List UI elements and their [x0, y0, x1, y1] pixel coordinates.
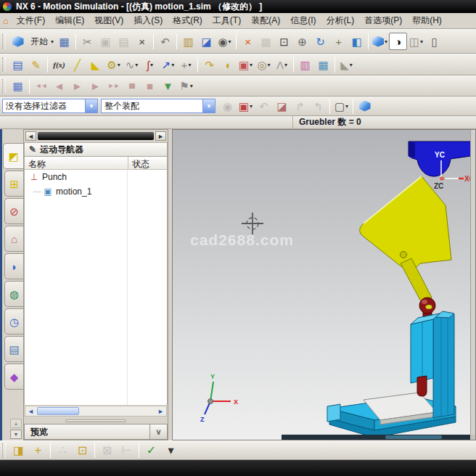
solution-icon[interactable]: ▦: [314, 56, 332, 73]
motion-driver-icon[interactable]: ↷: [200, 56, 218, 73]
shaded-cube-button[interactable]: [356, 97, 374, 115]
menu-item[interactable]: 编辑(E): [50, 13, 89, 28]
undo-icon[interactable]: ↶: [156, 33, 174, 50]
motion-navigator-tab-glyph: ◩: [8, 151, 18, 162]
more-options-caret[interactable]: ▾: [161, 442, 181, 459]
finish-flag-icon[interactable]: ⚑▾: [177, 78, 195, 95]
constraint-navigator-tab[interactable]: ⊘: [4, 198, 23, 224]
menu-item[interactable]: 插入(S): [128, 13, 168, 28]
spring-icon[interactable]: ∿▾: [123, 56, 141, 73]
scroll-right-arrow[interactable]: ►: [155, 406, 166, 416]
viewport-vertical-scrollbar[interactable]: [470, 130, 475, 435]
curve-contact-icon[interactable]: Λ▾: [273, 56, 291, 73]
tree-row[interactable]: ▣motion_1: [25, 184, 167, 199]
part-navigator-tab[interactable]: ⌂: [4, 226, 23, 252]
menu-item[interactable]: 信息(I): [285, 13, 321, 28]
panel-splitter[interactable]: [24, 417, 168, 424]
graphics-viewport[interactable]: cad2688.com: [172, 129, 476, 440]
model-canvas: YC XC ZC Y X Z: [173, 130, 472, 440]
menu-item[interactable]: 首选项(P): [359, 13, 407, 28]
selection-scope-combo[interactable]: 整个装配 ▼: [101, 99, 216, 113]
viewport-scroll-thumb[interactable]: [385, 435, 442, 439]
damper-icon[interactable]: ∫▾: [141, 56, 159, 73]
combo-arrow-icon[interactable]: ▼: [85, 99, 97, 112]
column-status[interactable]: 状态: [128, 157, 167, 169]
menu-item[interactable]: 视图(V): [89, 13, 128, 28]
motion-environment-icon[interactable]: ▤: [9, 56, 27, 73]
measure-icon[interactable]: ▥: [296, 56, 314, 73]
preview-section[interactable]: 预览 ∨: [24, 424, 168, 440]
menu-item[interactable]: 工具(T): [208, 13, 246, 28]
function-icon[interactable]: f(x): [50, 56, 68, 73]
tree-row[interactable]: ⊥Punch: [25, 170, 167, 184]
animation-control-icon[interactable]: ▦: [9, 78, 27, 95]
save-icon[interactable]: ▦: [55, 33, 73, 50]
start-button[interactable]: 开始▾: [27, 33, 55, 50]
menu-item[interactable]: 格式(R): [168, 13, 208, 28]
link-icon[interactable]: ╱: [68, 56, 86, 73]
export-animation-icon[interactable]: ▼: [159, 78, 177, 95]
contact-claw-icon[interactable]: ◖: [218, 56, 237, 73]
smart-point-icon[interactable]: +▾: [177, 56, 195, 73]
selection-filter-combo[interactable]: 没有选择过滤器 ▼: [2, 99, 98, 113]
simulation-navigator-tab[interactable]: ◗: [4, 253, 23, 279]
zoom-in-out-icon[interactable]: ⊕: [293, 33, 311, 50]
tabs-scroll-down-button[interactable]: ▼: [10, 430, 22, 439]
menu-item[interactable]: 帮助(H): [407, 13, 447, 28]
splitter-grip[interactable]: [65, 419, 126, 422]
selection-scope-value: 整个装配: [102, 100, 139, 112]
find-icon[interactable]: ◉▾: [216, 33, 234, 50]
navigator-pin-icon[interactable]: ✎: [29, 144, 36, 155]
viewport-horizontal-scrollbar[interactable]: [282, 435, 470, 440]
gear-pair-icon[interactable]: ⚙▾: [104, 56, 123, 73]
fit-view-icon[interactable]: ×: [239, 33, 257, 50]
rectangle-select-icon[interactable]: ▢▾: [332, 97, 350, 115]
panel-scroll-right-button[interactable]: ►: [155, 131, 166, 141]
combo-arrow-icon[interactable]: ▼: [202, 99, 215, 112]
pan-view-icon[interactable]: +: [329, 33, 348, 50]
menu-item[interactable]: 装配(A): [246, 13, 285, 28]
planar-contact-icon[interactable]: ▣▾: [237, 56, 255, 73]
preview-expand-button[interactable]: ∨: [149, 424, 167, 439]
nx-logo-icon[interactable]: [9, 33, 27, 50]
menu-item[interactable]: 文件(F): [12, 13, 50, 28]
column-name[interactable]: 名称: [25, 157, 128, 169]
snap-point-icon[interactable]: ▣▾: [237, 97, 255, 115]
solver-tools-icon[interactable]: ◣▾: [337, 56, 356, 73]
motion-navigator-tab[interactable]: ◩: [3, 143, 23, 169]
check-mechanism-icon[interactable]: ✓: [141, 442, 161, 459]
edit-object-display-icon[interactable]: ▥: [179, 33, 197, 50]
materials-tab[interactable]: ▤: [4, 336, 23, 362]
scroll-thumb[interactable]: [37, 407, 79, 415]
panel-scroll-left-button[interactable]: ◄: [25, 131, 36, 141]
show-hide-icon[interactable]: ◪: [197, 33, 216, 50]
perspective-icon[interactable]: ◧: [348, 33, 366, 50]
scroll-left-arrow[interactable]: ◄: [25, 406, 36, 416]
scenario-edit-icon[interactable]: ✎: [27, 56, 45, 73]
internet-browser-tab[interactable]: ◍: [4, 281, 23, 307]
assembly-navigator-tab[interactable]: ⊞: [4, 171, 23, 197]
face-analysis-icon[interactable]: ◑: [389, 33, 407, 50]
history-tab[interactable]: ◷: [4, 308, 23, 335]
dialog-rail-icon[interactable]: ⌂: [3, 15, 9, 26]
sequence-chain-icon[interactable]: ⊡: [73, 442, 92, 459]
link-wrench-icon[interactable]: ◨: [9, 442, 28, 459]
add-joint-icon[interactable]: +: [28, 442, 48, 459]
panel-horizontal-scrollbar[interactable]: ◄ ►: [25, 406, 167, 416]
flat-display-icon[interactable]: ◫▾: [407, 33, 425, 50]
dropdown-caret: ▾: [284, 62, 287, 68]
shaded-display-icon[interactable]: ▾: [371, 33, 389, 50]
point-contact-icon[interactable]: ◎▾: [255, 56, 273, 73]
roles-tab[interactable]: ◆: [4, 364, 23, 390]
clip-section-icon[interactable]: ▯: [425, 33, 443, 50]
damper-icon-glyph: ∫: [147, 60, 149, 70]
deselect-all-icon[interactable]: ◪: [273, 97, 291, 115]
joint-icon[interactable]: ◣: [86, 56, 104, 73]
delete-icon[interactable]: ×: [133, 33, 151, 50]
marker-vector-icon[interactable]: ↗▾: [159, 56, 177, 73]
menu-item[interactable]: 分析(L): [321, 13, 360, 28]
panel-width-handle[interactable]: [38, 132, 154, 140]
zoom-box-icon[interactable]: ⊡: [275, 33, 293, 50]
rotate-view-icon[interactable]: ↻: [311, 33, 329, 50]
cut-icon[interactable]: ✂: [78, 33, 97, 50]
